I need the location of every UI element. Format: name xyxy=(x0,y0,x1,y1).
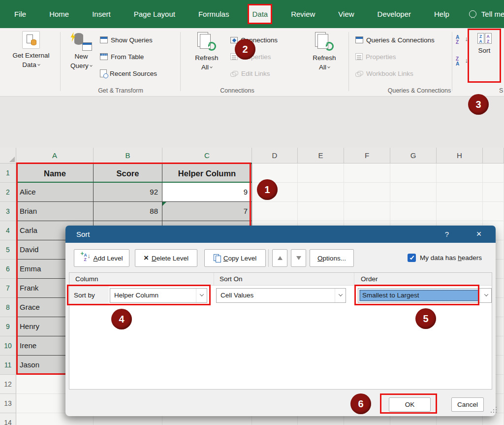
sort-descending-icon[interactable]: ZA ↓ xyxy=(456,57,469,69)
queries-connections-button[interactable]: Queries & Connections xyxy=(355,34,435,46)
recent-sources-button[interactable]: Recent Sources xyxy=(100,67,157,79)
cell-G2[interactable] xyxy=(390,183,437,202)
my-data-has-headers-checkbox[interactable] xyxy=(408,254,416,262)
cell-C1[interactable]: Helper Column xyxy=(162,163,252,183)
add-level-button[interactable]: + A Z ↓ Add Level xyxy=(74,249,129,267)
cell-C2[interactable]: 9 xyxy=(162,183,252,202)
column-header-G[interactable]: G xyxy=(390,148,437,163)
cell-F1[interactable] xyxy=(344,163,390,183)
row-header-12[interactable]: 12 xyxy=(0,375,16,394)
column-header-C[interactable]: C xyxy=(162,148,252,163)
tab-help[interactable]: Help xyxy=(431,5,453,23)
cell-H2[interactable] xyxy=(437,183,483,202)
column-dropdown[interactable]: Helper Column xyxy=(110,288,207,303)
cell-E3[interactable] xyxy=(298,202,344,221)
row-header-5[interactable]: 5 xyxy=(0,240,16,260)
new-query-button[interactable]: New Query xyxy=(63,31,99,70)
show-queries-label: Show Queries xyxy=(111,36,153,44)
column-header-H[interactable]: H xyxy=(437,148,483,163)
cell-X2[interactable] xyxy=(483,183,504,202)
tab-insert[interactable]: Insert xyxy=(89,5,114,23)
cell-C3[interactable]: 7 xyxy=(162,202,252,221)
cell-F2[interactable] xyxy=(344,183,390,202)
cell-A2[interactable]: Alice xyxy=(16,183,94,202)
cell-A3[interactable]: Brian xyxy=(16,202,94,221)
move-down-button[interactable] xyxy=(291,249,306,267)
select-all-corner[interactable] xyxy=(0,148,16,163)
sort-button[interactable]: ZA AZ Sort xyxy=(470,33,499,55)
tab-developer[interactable]: Developer xyxy=(374,5,414,23)
row-header-13[interactable]: 13 xyxy=(0,394,16,413)
tab-formulas[interactable]: Formulas xyxy=(195,5,233,23)
row-header-2[interactable]: 2 xyxy=(0,183,16,202)
sort-ascending-icon[interactable]: AZ ↓ xyxy=(456,35,469,48)
show-queries-button[interactable]: Show Queries xyxy=(100,34,153,46)
delete-level-button[interactable]: × Delete Level xyxy=(135,249,197,267)
tab-file[interactable]: File xyxy=(11,5,30,23)
cell-B3[interactable]: 88 xyxy=(94,202,162,221)
cell-E1[interactable] xyxy=(298,163,344,183)
ok-button[interactable]: OK xyxy=(389,397,431,412)
cell-G3[interactable] xyxy=(390,202,437,221)
row-header-10[interactable]: 10 xyxy=(0,336,16,356)
get-external-label-2: Data xyxy=(22,60,40,69)
cell-D3[interactable] xyxy=(252,202,298,221)
row-header-3[interactable]: 3 xyxy=(0,202,16,221)
order-dropdown[interactable]: Smallest to Largest xyxy=(358,288,492,303)
options-button[interactable]: Options... xyxy=(310,249,354,267)
cell-H1[interactable] xyxy=(437,163,483,183)
move-up-button[interactable] xyxy=(272,249,287,267)
close-icon[interactable]: × xyxy=(469,226,489,243)
sort-on-dropdown[interactable]: Cell Values xyxy=(216,288,346,303)
tab-review[interactable]: Review xyxy=(287,5,318,23)
cell-X3[interactable] xyxy=(483,202,504,221)
row-header-7[interactable]: 7 xyxy=(0,279,16,298)
row-header-6[interactable]: 6 xyxy=(0,260,16,279)
tab-page-layout[interactable]: Page Layout xyxy=(130,5,179,23)
workbook-links-icon xyxy=(355,70,363,76)
row-header-14[interactable]: 14 xyxy=(0,413,16,425)
sort-dialog-icon: ZA AZ xyxy=(477,33,492,44)
column-header-E[interactable]: E xyxy=(298,148,344,163)
refresh-all-button-2[interactable]: Refresh All xyxy=(305,31,344,72)
tab-view[interactable]: View xyxy=(335,5,357,23)
row-header-4[interactable]: 4 xyxy=(0,221,16,240)
quick-access-toolbar: ↶ ↷ ↔ C2 × ✓ fx =COUNTA(B2:B11)+1-ROW() xyxy=(0,97,504,148)
resize-grip[interactable] xyxy=(491,412,492,413)
down-arrow-icon xyxy=(296,256,301,260)
copy-level-button[interactable]: Copy Level xyxy=(204,249,266,267)
cell-E2[interactable] xyxy=(298,183,344,202)
dropdown-chevron[interactable] xyxy=(335,289,346,302)
row-header-1[interactable]: 1 xyxy=(0,163,16,183)
tab-home[interactable]: Home xyxy=(46,5,72,23)
row-header-11[interactable]: 11 xyxy=(0,356,16,375)
row-header-8[interactable]: 8 xyxy=(0,298,16,317)
cell-F3[interactable] xyxy=(344,202,390,221)
from-table-button[interactable]: From Table xyxy=(100,51,144,63)
cancel-button[interactable]: Cancel xyxy=(451,397,484,412)
refresh-all-button[interactable]: Refresh All xyxy=(188,31,225,72)
dropdown-chevron[interactable] xyxy=(196,289,207,302)
get-external-label-1: Get External xyxy=(12,51,49,60)
cell-H3[interactable] xyxy=(437,202,483,221)
tell-me-box[interactable]: Tell me wh xyxy=(469,10,504,18)
cell-B1[interactable]: Score xyxy=(94,163,162,183)
dropdown-chevron[interactable] xyxy=(480,289,491,302)
cell-X1[interactable] xyxy=(483,163,504,183)
cell-A1[interactable]: Name xyxy=(16,163,94,183)
get-external-data-button[interactable]: Get External Data xyxy=(5,31,57,69)
help-icon[interactable]: ? xyxy=(440,226,454,243)
tab-data[interactable]: Data xyxy=(249,5,271,23)
cell-B2[interactable]: 92 xyxy=(94,183,162,202)
column-header-B[interactable]: B xyxy=(94,148,162,163)
row-header-9[interactable]: 9 xyxy=(0,317,16,336)
dialog-title-bar[interactable]: Sort ? × xyxy=(65,226,496,243)
column-header-D[interactable]: D xyxy=(252,148,298,163)
properties-label: Properties xyxy=(366,53,396,61)
column-header-partial[interactable] xyxy=(483,148,504,163)
cell-G1[interactable] xyxy=(390,163,437,183)
ribbon: Get External Data New Query Show Queries… xyxy=(0,28,504,97)
column-header-A[interactable]: A xyxy=(16,148,94,163)
column-header-F[interactable]: F xyxy=(344,148,390,163)
cell-D1[interactable] xyxy=(252,163,298,183)
